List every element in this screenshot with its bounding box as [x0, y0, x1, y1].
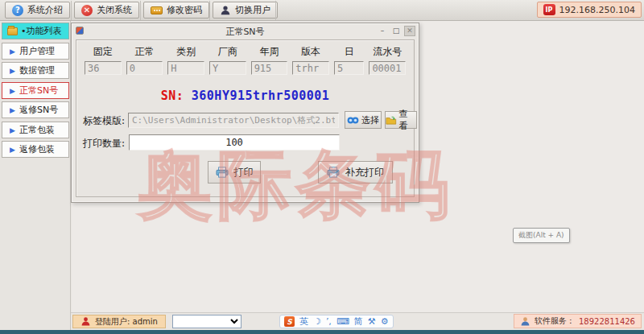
print-button-label: 打印	[234, 166, 254, 179]
sidebar-item-label: 正常SN号	[19, 85, 58, 97]
select-template-button[interactable]: 选择	[345, 111, 382, 129]
sidebar-item-normal-sn[interactable]: ▶ 正常SN号	[2, 82, 69, 99]
field-version-input[interactable]	[292, 61, 329, 75]
ime-settings-icon[interactable]: ⚙	[381, 317, 389, 326]
sidebar-item-label: 数据管理	[19, 64, 55, 76]
dialog-titlebar[interactable]: 正常SN号 – □ ✕	[72, 23, 419, 38]
dialog-panel: 固定 正常 类别 厂商 年周	[76, 39, 415, 197]
sidebar: •功能列表 ▶ 用户管理 ▶ 数据管理 ▶ 正常SN号 ▶ 返修SN号 ▶ 正常…	[0, 21, 71, 330]
sidebar-item-repair-sn[interactable]: ▶ 返修SN号	[2, 101, 69, 118]
view-button-label: 查看	[399, 108, 416, 132]
service-avatar-icon	[520, 316, 530, 327]
sidebar-item-repair-packaging[interactable]: ▶ 返修包装	[2, 141, 69, 158]
template-label: 标签模版:	[83, 114, 125, 128]
ime-punctuation-icon[interactable]: ’,	[326, 317, 332, 326]
printer-icon	[327, 167, 340, 178]
sidebar-item-function-list[interactable]: •功能列表	[2, 23, 69, 39]
field-normal: 正常	[126, 45, 163, 75]
field-label: 日	[334, 45, 364, 59]
switch-user-label: 切换用户	[235, 4, 270, 16]
sidebar-item-user-management[interactable]: ▶ 用户管理	[2, 43, 69, 60]
status-combobox[interactable]	[172, 315, 242, 328]
screenshot-tooltip: 截图(Alt + A)	[513, 228, 570, 243]
field-day: 日	[334, 45, 364, 75]
field-category: 类别	[167, 45, 204, 75]
sidebar-item-label: 用户管理	[19, 45, 55, 57]
field-label: 厂商	[209, 45, 246, 59]
service-phone: 18922811426	[579, 317, 635, 326]
ime-language-icon[interactable]: 英	[299, 317, 308, 326]
field-fixed: 固定	[85, 45, 122, 75]
logged-in-user: 登陆用户: admin	[72, 315, 166, 328]
top-toolbar: ? 系统介绍 ✕ 关闭系统 修改密码 切换用户 IP 192.168.250.1…	[0, 0, 644, 21]
field-day-input[interactable]	[334, 61, 364, 75]
field-fixed-input[interactable]	[85, 61, 122, 75]
system-intro-label: 系统介绍	[27, 4, 63, 16]
ime-moon-icon[interactable]: ☽	[313, 317, 321, 326]
field-label: 固定	[85, 45, 122, 59]
quantity-label: 打印数量:	[83, 137, 125, 151]
window-bottom-border	[0, 330, 644, 334]
ip-icon: IP	[543, 4, 555, 15]
sidebar-item-label: 返修包装	[19, 143, 55, 155]
field-vendor: 厂商	[209, 45, 246, 75]
binoculars-icon	[347, 116, 359, 125]
arrow-icon: ▶	[10, 47, 15, 56]
quantity-input[interactable]	[129, 134, 340, 151]
reprint-button-label: 补充打印	[345, 166, 384, 179]
reprint-button[interactable]: 补充打印	[318, 161, 393, 183]
system-intro-button[interactable]: ? 系统介绍	[5, 2, 70, 19]
close-system-button[interactable]: ✕ 关闭系统	[74, 2, 139, 19]
maximize-icon[interactable]: □	[390, 26, 402, 36]
template-path-input[interactable]	[128, 113, 339, 128]
arrow-icon: ▶	[10, 126, 15, 134]
sn-fields: 固定 正常 类别 厂商 年周	[76, 45, 414, 75]
field-serial-input[interactable]	[369, 61, 406, 75]
sidebar-item-normal-packaging[interactable]: ▶ 正常包装	[2, 122, 69, 138]
view-template-button[interactable]: 查看	[385, 111, 417, 129]
switch-user-button[interactable]: 切换用户	[213, 2, 278, 19]
field-label: 流水号	[369, 45, 406, 59]
change-password-button[interactable]: 修改密码	[143, 2, 209, 19]
app-window: ? 系统介绍 ✕ 关闭系统 修改密码 切换用户 IP 192.168.250.1…	[0, 0, 644, 334]
service-label: 软件服务：	[535, 315, 575, 327]
folder-icon	[7, 27, 18, 35]
field-label: 类别	[167, 45, 204, 59]
ime-simplified-icon[interactable]: 简	[354, 317, 363, 326]
ime-toolbox-icon[interactable]: ⚒	[368, 317, 376, 326]
close-system-label: 关闭系统	[97, 4, 132, 16]
user-label: 登陆用户: admin	[95, 316, 158, 328]
arrow-icon: ▶	[10, 67, 15, 75]
arrow-icon: ▶	[10, 87, 15, 95]
toolbar-separator	[209, 1, 210, 20]
dialog-title: 正常SN号	[72, 26, 419, 38]
field-yearweek-input[interactable]	[251, 61, 288, 75]
password-icon	[151, 6, 163, 14]
field-category-input[interactable]	[167, 61, 204, 75]
ime-logo-icon[interactable]: S	[284, 316, 295, 327]
toolbar-separator	[140, 1, 141, 20]
sidebar-item-label: 正常包装	[19, 124, 55, 136]
sidebar-item-data-management[interactable]: ▶ 数据管理	[2, 62, 69, 79]
ip-address: 192.168.250.104	[559, 5, 635, 15]
field-vendor-input[interactable]	[209, 61, 246, 75]
question-icon: ?	[12, 5, 23, 16]
close-circle-icon: ✕	[81, 5, 93, 16]
minimize-icon[interactable]: –	[377, 26, 388, 36]
window-controls: – □ ✕	[377, 26, 415, 36]
field-serial: 流水号	[369, 45, 406, 75]
ime-keyboard-icon[interactable]: ⌨	[336, 317, 349, 326]
sn-preview: SN: 360HY915trhr500001	[76, 89, 414, 103]
software-service: 软件服务： 18922811426	[514, 314, 642, 328]
status-bar: 登陆用户: admin S 英 ☽ ’, ⌨ 简 ⚒ ⚙ 软件服务： 18922…	[71, 312, 644, 330]
user-icon	[220, 5, 231, 16]
field-normal-input[interactable]	[126, 61, 163, 75]
toolbar-separator	[275, 1, 276, 20]
ime-toolbar[interactable]: S 英 ☽ ’, ⌨ 简 ⚒ ⚙	[279, 315, 394, 328]
normal-sn-dialog: 正常SN号 – □ ✕ 固定 正常 类别	[71, 23, 419, 203]
close-icon[interactable]: ✕	[404, 26, 415, 36]
print-button[interactable]: 打印	[208, 161, 261, 183]
ip-badge[interactable]: IP 192.168.250.104	[537, 2, 642, 18]
sn-value: 360HY915trhr500001	[192, 89, 330, 103]
field-yearweek: 年周	[251, 45, 288, 75]
